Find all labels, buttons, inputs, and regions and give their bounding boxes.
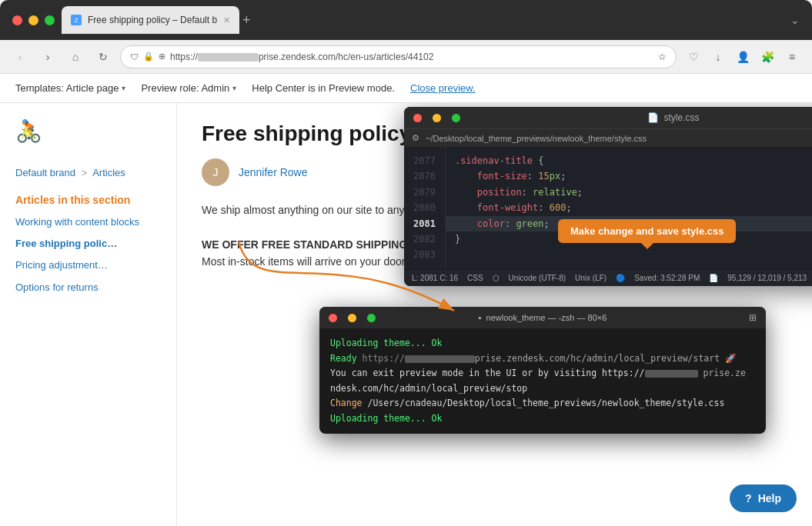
breadcrumb-section[interactable]: Articles xyxy=(92,167,125,178)
heartbeat-icon[interactable]: ♡ xyxy=(683,46,704,68)
tab-close-button[interactable]: ✕ xyxy=(223,15,230,25)
author-name[interactable]: Jennifer Rowe xyxy=(239,166,308,178)
close-button[interactable] xyxy=(12,15,22,25)
gear-icon: ⚙ xyxy=(412,133,419,143)
editor-toolbar-path: ⚙ ~/Desktop/local_theme_previews/newlook… xyxy=(404,128,812,147)
role-selector[interactable]: Preview role: Admin ▾ xyxy=(141,82,236,94)
terminal-line-5: Change /Users/cnadeau/Desktop/local_them… xyxy=(330,396,755,411)
help-label: Help xyxy=(758,492,781,504)
help-icon: ? xyxy=(745,492,752,504)
traffic-lights xyxy=(12,15,55,25)
chevron-down-icon: ▾ xyxy=(122,84,125,92)
minimize-button[interactable] xyxy=(28,15,38,25)
terminal-title: ▪ newlook_theme — -zsh — 80×6 xyxy=(479,313,607,322)
terminal-titlebar: ▪ newlook_theme — -zsh — 80×6 ⊞ xyxy=(319,307,766,328)
sidebar-item-pricing[interactable]: Pricing adjustment… xyxy=(15,258,161,272)
terminal-line-6: Uploading theme... Ok xyxy=(330,411,755,427)
logo-icon: 🚴 xyxy=(15,119,42,143)
sidebar-item-returns[interactable]: Options for returns xyxy=(15,281,161,295)
terminal-resize-icon[interactable]: ⊞ xyxy=(749,312,757,323)
section-title: Articles in this section xyxy=(15,194,161,206)
bookmark-icon[interactable]: ☆ xyxy=(658,52,667,62)
templates-selector[interactable]: Templates: Article page ▾ xyxy=(15,82,125,94)
terminal-window: ▪ newlook_theme — -zsh — 80×6 ⊞ Uploadin… xyxy=(319,307,766,434)
menu-icon[interactable]: ≡ xyxy=(781,46,803,68)
sidebar-item-content-blocks[interactable]: Working with content blocks xyxy=(15,215,161,229)
code-lines: .sidenav-title { font-size: 15px; positi… xyxy=(446,147,812,269)
terminal-line-3: You can exit preview mode in the UI or b… xyxy=(330,366,755,381)
logo: 🚴 xyxy=(15,118,161,144)
code-line-2078: font-size: 15px; xyxy=(446,168,812,184)
role-label: Preview role: Admin xyxy=(141,82,229,94)
avatar: J xyxy=(202,158,229,186)
breadcrumb: Default brand > Articles xyxy=(15,167,161,178)
preview-info-text: Help Center is in Preview mode. xyxy=(252,82,395,94)
back-button[interactable]: ‹ xyxy=(9,46,31,68)
tooltip: Make change and save style.css xyxy=(558,219,736,243)
close-preview-link[interactable]: Close preview. xyxy=(410,82,476,94)
editor-minimize[interactable] xyxy=(433,114,441,122)
chevron-down-icon: ▾ xyxy=(232,84,236,92)
tab-title: Free shipping policy – Default b xyxy=(88,15,217,25)
code-line-2080: font-weight: 600; xyxy=(446,200,812,215)
article-content: Free shipping policy J Jennifer Rowe Fol… xyxy=(177,103,812,526)
code-editor-window: 📄 style.css ⊕ ↑ ☰ ⊞ ⚙ ~/Desktop/local_th… xyxy=(404,107,812,286)
new-tab-button[interactable]: + xyxy=(242,13,251,27)
editor-title: 📄 style.css xyxy=(647,112,699,123)
code-line-2079: position: relative; xyxy=(446,185,812,200)
sidebar-item-free-shipping[interactable]: Free shipping polic… xyxy=(15,237,161,251)
track-icon: ⊕ xyxy=(159,52,165,62)
fullscreen-button[interactable] xyxy=(45,15,55,25)
breadcrumb-brand[interactable]: Default brand xyxy=(15,167,75,178)
refresh-button[interactable]: ↻ xyxy=(92,46,114,68)
editor-fullscreen[interactable] xyxy=(452,114,460,122)
terminal-fullscreen[interactable] xyxy=(367,314,376,322)
breadcrumb-separator: > xyxy=(82,167,88,178)
file-icon: 📄 xyxy=(647,112,659,123)
window-menu-button[interactable]: ⌄ xyxy=(790,14,800,26)
help-button[interactable]: ? Help xyxy=(730,484,797,512)
editor-body: 2077 2078 2079 2080 2081 2082 2083 .side… xyxy=(404,147,812,269)
address-bar[interactable]: 🛡 🔒 ⊕ https://██████████prise.zendesk.co… xyxy=(120,45,677,68)
terminal-line-1: Uploading theme... Ok xyxy=(330,336,755,351)
terminal-line-2: Ready https://████████████████prise.zend… xyxy=(330,351,755,367)
main-area: 🚴 Default brand > Articles Articles in t… xyxy=(0,103,812,526)
editor-close[interactable] xyxy=(413,114,422,122)
active-tab[interactable]: Z Free shipping policy – Default b ✕ xyxy=(62,6,239,34)
terminal-minimize[interactable] xyxy=(348,314,356,322)
sidebar: 🚴 Default brand > Articles Articles in t… xyxy=(0,103,177,526)
forward-button[interactable]: › xyxy=(37,46,58,68)
extensions-icon[interactable]: 🧩 xyxy=(757,46,778,68)
preview-bar: Templates: Article page ▾ Preview role: … xyxy=(0,74,812,103)
editor-statusbar: L: 2081 C: 16 CSS ⬡ Unicode (UTF-8) Unix… xyxy=(404,269,812,286)
templates-label: Templates: Article page xyxy=(15,82,119,94)
address-text: https://██████████prise.zendesk.com/hc/e… xyxy=(170,52,433,62)
terminal-icon: ▪ xyxy=(479,313,482,322)
download-icon[interactable]: ↓ xyxy=(707,46,729,68)
line-numbers: 2077 2078 2079 2080 2081 2082 2083 xyxy=(404,147,446,269)
lock-icon: 🔒 xyxy=(143,52,154,62)
account-icon[interactable]: 👤 xyxy=(732,46,754,68)
browser-toolbar: ‹ › ⌂ ↻ 🛡 🔒 ⊕ https://██████████prise.ze… xyxy=(0,40,812,74)
shield-icon: 🛡 xyxy=(130,52,139,62)
editor-titlebar: 📄 style.css ⊕ ↑ ☰ ⊞ xyxy=(404,107,812,128)
terminal-body: Uploading theme... Ok Ready https://████… xyxy=(319,328,766,434)
tab-bar: Z Free shipping policy – Default b ✕ + xyxy=(62,6,766,34)
terminal-close[interactable] xyxy=(329,314,337,322)
tab-favicon: Z xyxy=(71,15,82,25)
code-line-2077: .sidenav-title { xyxy=(446,153,812,168)
terminal-line-4: ndesk.com/hc/admin/local_preview/stop xyxy=(330,381,755,397)
home-button[interactable]: ⌂ xyxy=(65,46,86,68)
toolbar-icons: ♡ ↓ 👤 🧩 ≡ xyxy=(683,46,803,68)
window-chrome: Z Free shipping policy – Default b ✕ + ⌄ xyxy=(0,0,812,40)
